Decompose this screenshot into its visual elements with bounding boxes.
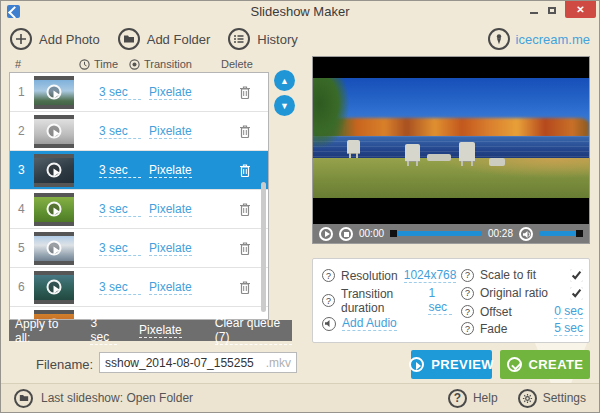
play-button[interactable] [319,227,333,241]
original-ratio-row: ? Original ratio [461,286,583,300]
transition-duration-value-link[interactable]: 1 sec [428,286,452,315]
folder-icon [118,28,140,50]
row-thumbnail[interactable] [34,271,74,304]
last-slideshow-label: Last slideshow: Open Folder [41,391,193,405]
move-down-button[interactable]: ▼ [274,95,295,116]
footer-actions: ? Help Settings [448,389,586,408]
queue-row[interactable]: 6 3 sec Pixelate [10,268,268,307]
filename-input[interactable] [105,356,266,370]
row-transition-link[interactable]: Pixelate [149,85,192,100]
row-transition-link[interactable]: Pixelate [149,202,192,217]
add-audio-link[interactable]: Add Audio [342,316,397,331]
window-controls: ✕ [525,1,596,18]
seek-bar[interactable] [390,231,482,236]
row-transition-link[interactable]: Pixelate [149,280,192,295]
row-time-link[interactable]: 3 sec [99,280,141,295]
queue-row[interactable]: 4 3 sec Pixelate [10,190,268,229]
resolution-row: ? Resolution 1024x768 [322,268,452,283]
photo-autumn-trees [313,118,589,138]
queue-row[interactable]: 5 3 sec Pixelate [10,229,268,268]
trash-icon[interactable] [239,280,251,294]
help-icon[interactable]: ? [322,269,335,282]
minimize-button[interactable] [525,1,543,14]
trash-icon[interactable] [239,85,251,99]
row-time-link[interactable]: 3 sec [99,124,141,139]
photo-chair [347,140,360,153]
help-label[interactable]: Help [473,391,498,405]
queue-scrollbar[interactable] [261,182,266,312]
seek-handle[interactable] [390,230,397,237]
row-number: 2 [10,124,34,138]
trash-icon[interactable] [239,241,251,255]
row-thumbnail[interactable] [34,232,74,265]
video-preview: 00:00 00:28 [312,56,590,244]
scale-to-fit-checkbox[interactable] [570,269,583,282]
add-folder-button[interactable]: Add Folder [118,28,211,50]
play-overlay-icon [47,124,62,139]
row-time-link[interactable]: 3 sec [99,241,141,256]
row-transition-link[interactable]: Pixelate [149,241,192,256]
queue-rows: 1 3 sec Pixelate 2 3 sec Pixelate [9,72,269,320]
column-delete: Delete [221,58,253,70]
create-label: CREATE [529,357,584,372]
offset-row: ? Offset 0 sec [461,304,583,319]
help-icon[interactable]: ? [461,322,474,335]
open-folder-link[interactable]: Last slideshow: Open Folder [14,389,193,408]
history-label: History [257,32,297,47]
fade-row: ? Fade 5 sec [461,321,583,336]
row-thumbnail[interactable] [34,76,74,109]
help-icon[interactable]: ? [461,305,474,318]
play-overlay-icon [47,85,62,100]
maximize-button[interactable] [543,1,561,14]
play-overlay-icon [47,163,62,178]
reorder-buttons: ▲ ▼ [274,70,295,116]
volume-handle[interactable] [576,230,583,237]
row-time-link[interactable]: 3 sec [99,85,141,100]
history-button[interactable]: History [228,28,297,50]
apply-transition-link[interactable]: Pixelate [139,323,182,338]
create-button[interactable]: CREATE [500,350,590,379]
original-ratio-checkbox[interactable] [570,287,583,300]
preview-play-icon [409,357,424,372]
preview-frame-image[interactable] [313,78,589,198]
row-transition-link[interactable]: Pixelate [149,124,192,139]
preview-button[interactable]: PREVIEW [411,350,492,379]
row-thumbnail[interactable] [34,154,74,187]
trash-icon[interactable] [239,202,251,216]
move-up-button[interactable]: ▲ [274,70,295,91]
row-transition-link[interactable]: Pixelate [149,163,192,178]
help-icon[interactable]: ? [461,287,474,300]
gear-icon[interactable] [518,389,537,408]
trash-icon[interactable] [239,124,251,138]
row-thumbnail[interactable] [34,115,74,148]
queue-row[interactable]: 2 3 sec Pixelate [10,112,268,151]
clock-icon [79,59,90,70]
transition-duration-label: Transition duration [341,287,422,315]
filename-label: Filename: [36,357,93,372]
row-time-link[interactable]: 3 sec [99,202,141,217]
resolution-value-link[interactable]: 1024x768 [404,268,457,283]
column-number: # [15,58,21,70]
clear-queue-link[interactable]: Clear queue (7) [215,316,292,345]
help-circle-icon[interactable]: ? [448,389,467,408]
photo-table [489,158,505,166]
trash-icon[interactable] [239,163,251,177]
help-icon[interactable]: ? [461,269,474,282]
volume-icon[interactable] [519,227,533,241]
settings-label[interactable]: Settings [543,391,586,405]
offset-value-link[interactable]: 0 sec [554,304,583,319]
close-button[interactable]: ✕ [565,1,596,18]
icecream-site-link[interactable]: icecream.me [488,28,590,50]
stop-button[interactable] [339,227,353,241]
row-time-link[interactable]: 3 sec [99,163,141,178]
queue-row[interactable]: 3 3 sec Pixelate [10,151,268,190]
fade-value-link[interactable]: 5 sec [554,321,583,336]
row-thumbnail[interactable] [34,193,74,226]
plus-icon [10,28,32,50]
help-icon[interactable]: ? [322,294,335,307]
apply-time-link[interactable]: 3 sec [90,316,117,345]
add-photo-button[interactable]: Add Photo [10,28,100,50]
volume-bar[interactable] [539,231,583,236]
queue-row[interactable]: 1 3 sec Pixelate [10,73,268,112]
titlebar: Slideshow Maker ✕ [1,1,599,21]
